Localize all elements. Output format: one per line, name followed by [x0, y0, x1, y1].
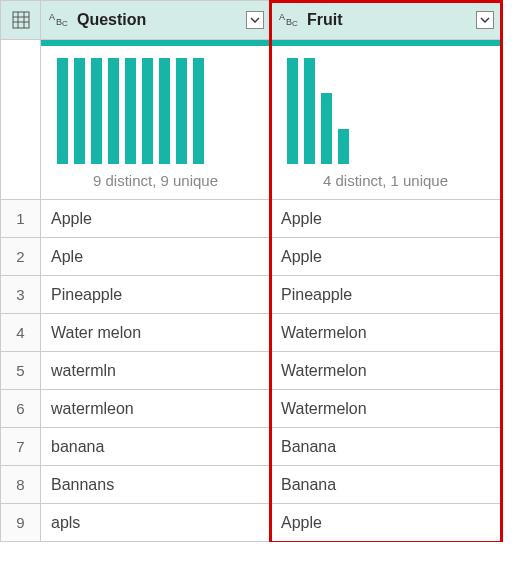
table-icon	[12, 11, 30, 29]
column-profile-fruit[interactable]: 4 distinct, 1 unique	[271, 40, 501, 200]
cell-fruit[interactable]: Apple	[271, 238, 501, 276]
profile-corner	[1, 40, 41, 200]
svg-text:C: C	[292, 19, 298, 28]
row-number[interactable]: 5	[1, 352, 41, 390]
column-profile-question[interactable]: 9 distinct, 9 unique	[41, 40, 271, 200]
cell-question[interactable]: Bannans	[41, 466, 271, 504]
cell-question[interactable]: watermleon	[41, 390, 271, 428]
svg-text:A: A	[279, 12, 285, 22]
cell-question[interactable]: Apple	[41, 200, 271, 238]
row-number[interactable]: 1	[1, 200, 41, 238]
text-type-icon: A B C	[279, 11, 301, 29]
cell-fruit[interactable]: Pineapple	[271, 276, 501, 314]
row-number[interactable]: 4	[1, 314, 41, 352]
data-grid: A B C Question A B C Fruit	[0, 0, 523, 542]
chevron-down-icon	[250, 15, 260, 25]
cell-question[interactable]: apls	[41, 504, 271, 542]
distribution-chart	[41, 46, 270, 168]
cell-fruit[interactable]: Apple	[271, 504, 501, 542]
column-filter-dropdown[interactable]	[476, 11, 494, 29]
text-type-icon: A B C	[49, 11, 71, 29]
column-header-fruit[interactable]: A B C Fruit	[271, 0, 501, 40]
cell-question[interactable]: Aple	[41, 238, 271, 276]
column-header-label: Fruit	[307, 11, 343, 29]
row-number[interactable]: 8	[1, 466, 41, 504]
column-header-question[interactable]: A B C Question	[41, 0, 271, 40]
cell-fruit[interactable]: Watermelon	[271, 390, 501, 428]
row-number[interactable]: 7	[1, 428, 41, 466]
cell-fruit[interactable]: Banana	[271, 428, 501, 466]
cell-question[interactable]: watermln	[41, 352, 271, 390]
row-number[interactable]: 6	[1, 390, 41, 428]
chevron-down-icon	[480, 15, 490, 25]
cell-question[interactable]: Pineapple	[41, 276, 271, 314]
svg-text:C: C	[62, 19, 68, 28]
distribution-caption: 9 distinct, 9 unique	[41, 168, 270, 199]
cell-fruit[interactable]: Banana	[271, 466, 501, 504]
cell-fruit[interactable]: Watermelon	[271, 314, 501, 352]
cell-fruit[interactable]: Watermelon	[271, 352, 501, 390]
distribution-caption: 4 distinct, 1 unique	[271, 168, 500, 199]
row-number[interactable]: 3	[1, 276, 41, 314]
cell-fruit[interactable]: Apple	[271, 200, 501, 238]
column-filter-dropdown[interactable]	[246, 11, 264, 29]
svg-text:A: A	[49, 12, 55, 22]
table-corner-icon[interactable]	[1, 0, 41, 40]
column-header-label: Question	[77, 11, 146, 29]
distribution-chart	[271, 46, 500, 168]
cell-question[interactable]: Water melon	[41, 314, 271, 352]
row-number[interactable]: 2	[1, 238, 41, 276]
svg-rect-0	[13, 12, 29, 28]
row-number[interactable]: 9	[1, 504, 41, 542]
cell-question[interactable]: banana	[41, 428, 271, 466]
